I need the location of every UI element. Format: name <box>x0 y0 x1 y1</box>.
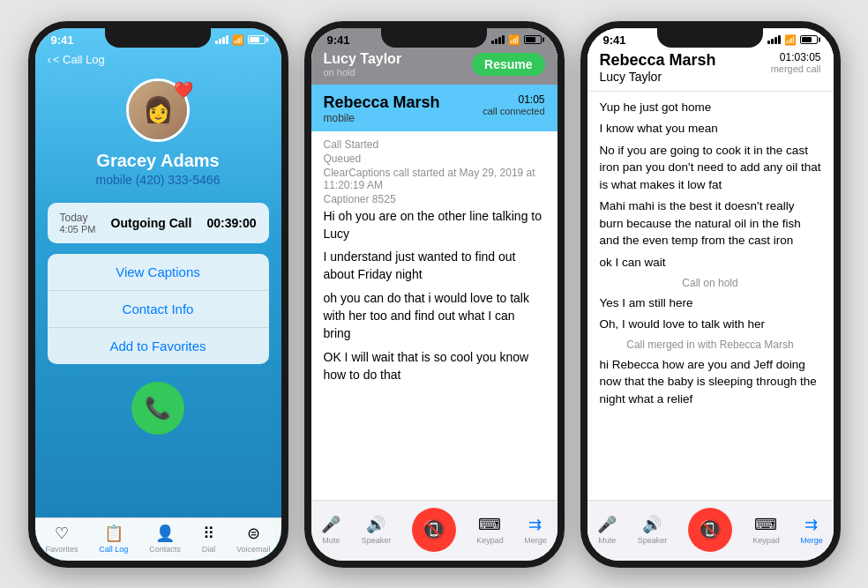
caption-meta-1: Queued <box>324 153 545 165</box>
keypad-button-2[interactable]: ⌨ Keypad <box>476 515 504 545</box>
phone-1: 9:41 📶 ‹ < Call Log 👩 ❤️ Grace <box>28 21 288 568</box>
tab-dial[interactable]: ⠿ Dial <box>202 524 216 554</box>
merge-label-3: Merge <box>800 536 823 545</box>
keypad-label-2: Keypad <box>476 536 504 545</box>
phone-3: 9:41 📶 Rebecca Marsh Lucy Taylor 01:03:0… <box>580 21 841 568</box>
merge-button-3[interactable]: ⇉ Merge <box>800 515 823 545</box>
status-icons-1: 📶 <box>215 34 266 46</box>
merged-time-wrap: 01:03:05 merged call <box>771 51 821 74</box>
call-type: Today 4:05 PM <box>60 212 96 234</box>
mute-button-3[interactable]: 🎤 Mute <box>597 515 617 545</box>
speaker-button-2[interactable]: 🔊 Speaker <box>362 515 392 545</box>
mute-button-2[interactable]: 🎤 Mute <box>321 515 340 545</box>
back-button[interactable]: ‹ < Call Log <box>48 53 105 66</box>
trans-2: No if you are going to cook it in the ca… <box>600 142 821 194</box>
merged-names: Rebecca Marsh Lucy Taylor <box>600 51 716 84</box>
caption-meta-3: Captioner 8525 <box>324 193 545 205</box>
trans-5: Yes I am still here <box>600 294 821 312</box>
keypad-icon-2: ⌨ <box>478 515 501 534</box>
contact-name: Gracey Adams <box>96 151 219 171</box>
caption-meta-2: ClearCaptions call started at May 29, 20… <box>324 167 545 191</box>
signal-icon <box>215 35 228 44</box>
active-call-bar: Rebecca Marsh mobile 01:05 call connecte… <box>311 85 557 131</box>
notch-3 <box>657 28 763 48</box>
call-date: Today <box>60 212 96 224</box>
contact-section: 👩 ❤️ Gracey Adams mobile (420) 333-5466 <box>35 70 281 199</box>
active-call-info: Rebecca Marsh mobile <box>324 93 440 124</box>
merged-call-status: merged call <box>771 63 821 74</box>
wifi-icon-3: 📶 <box>784 34 797 46</box>
primary-name: Rebecca Marsh <box>600 51 716 70</box>
end-call-button-2[interactable]: 📵 <box>412 508 456 552</box>
active-call-name: Rebecca Marsh <box>324 93 440 112</box>
screen-1: 9:41 📶 ‹ < Call Log 👩 ❤️ Grace <box>35 28 281 561</box>
speaker-button-3[interactable]: 🔊 Speaker <box>638 515 668 545</box>
active-call-time: 01:05 <box>483 93 544 106</box>
mute-icon-2: 🎤 <box>321 515 340 534</box>
keypad-button-3[interactable]: ⌨ Keypad <box>752 515 780 545</box>
status-time-2: 9:41 <box>327 33 350 47</box>
on-hold-name: Lucy Taylor <box>324 51 402 67</box>
active-call-sub: mobile <box>324 112 440 124</box>
tab-dial-label: Dial <box>202 545 216 554</box>
contact-info-link[interactable]: Contact Info <box>48 291 269 328</box>
tab-favorites[interactable]: ♡ Favorites <box>45 524 78 554</box>
call-merged-divider: Call merged in with Rebecca Marsh <box>600 339 821 351</box>
call-duration: 00:39:00 <box>206 216 256 230</box>
call-info-row: Today 4:05 PM Outgoing Call 00:39:00 <box>48 203 269 243</box>
trans-6: Oh, I would love to talk with her <box>600 316 821 333</box>
mute-label-3: Mute <box>598 536 616 545</box>
tab-contacts-label: Contacts <box>149 545 181 554</box>
add-favorites-link[interactable]: Add to Favorites <box>48 328 269 364</box>
merged-call-time: 01:03:05 <box>771 51 821 63</box>
tab-favorites-label: Favorites <box>45 545 78 554</box>
caption-text-0: Hi oh you are on the other line talking … <box>324 207 545 243</box>
wifi-icon: 📶 <box>232 34 244 46</box>
caption-meta-0: Call Started <box>324 138 545 151</box>
merge-icon-2: ⇉ <box>528 515 542 534</box>
trans-7: hi Rebecca how are you and Jeff doing no… <box>600 356 821 408</box>
signal-icon-2 <box>491 35 505 44</box>
trans-1: I know what you mean <box>600 120 821 138</box>
bottom-controls-2: 🎤 Mute 🔊 Speaker 📵 ⌨ Keypad ⇉ Merge <box>311 500 557 561</box>
status-time-3: 9:41 <box>603 33 626 47</box>
screen-2: 9:41 📶 Lucy Taylor on hold Resume Rebecc… <box>311 28 557 561</box>
status-icons-2: 📶 <box>491 34 542 46</box>
dial-icon: ⠿ <box>203 524 214 543</box>
contact-phone[interactable]: mobile (420) 333-5466 <box>96 173 221 187</box>
tab-calllog[interactable]: 📋 Call Log <box>99 524 128 554</box>
end-call-icon-3: 📵 <box>698 518 722 541</box>
call-label: Outgoing Call <box>111 216 192 230</box>
status-icons-3: 📶 <box>767 34 818 46</box>
trans-0: Yup he just got home <box>600 99 821 116</box>
end-call-button-3[interactable]: 📵 <box>688 508 732 552</box>
call-time: 4:05 PM <box>60 224 96 234</box>
phone-2: 9:41 📶 Lucy Taylor on hold Resume Rebecc… <box>304 21 565 568</box>
transcript-area: Yup he just got home I know what you mea… <box>587 92 834 500</box>
keypad-label-3: Keypad <box>752 536 780 545</box>
tab-voicemail[interactable]: ⊜ Voicemail <box>236 524 271 554</box>
caption-text-3: OK I will wait that is so cool you know … <box>324 348 545 384</box>
status-time-1: 9:41 <box>51 33 74 47</box>
on-hold-info: Lucy Taylor on hold <box>324 51 402 78</box>
bottom-controls-3: 🎤 Mute 🔊 Speaker 📵 ⌨ Keypad ⇉ Merge <box>587 500 834 561</box>
merge-button-2[interactable]: ⇉ Merge <box>524 515 547 545</box>
mute-icon-3: 🎤 <box>597 515 617 534</box>
battery-icon-2 <box>524 35 542 44</box>
battery-icon <box>248 35 266 44</box>
speaker-label-2: Speaker <box>362 536 392 545</box>
active-call-time-wrap: 01:05 call connected <box>483 93 544 116</box>
call-button[interactable]: 📞 <box>131 382 184 435</box>
calllog-icon: 📋 <box>104 524 123 543</box>
tab-calllog-label: Call Log <box>99 545 128 554</box>
resume-button[interactable]: Resume <box>472 53 544 76</box>
keypad-icon-3: ⌨ <box>754 515 777 534</box>
notch <box>105 28 211 48</box>
tab-contacts[interactable]: 👤 Contacts <box>149 524 181 554</box>
favorites-icon: ♡ <box>55 524 69 543</box>
phone-button-wrap: 📞 <box>35 382 281 435</box>
view-captions-link[interactable]: View Captions <box>48 254 269 291</box>
heart-icon: ❤️ <box>174 80 193 100</box>
notch-2 <box>381 28 487 48</box>
merge-icon-3: ⇉ <box>804 515 818 534</box>
